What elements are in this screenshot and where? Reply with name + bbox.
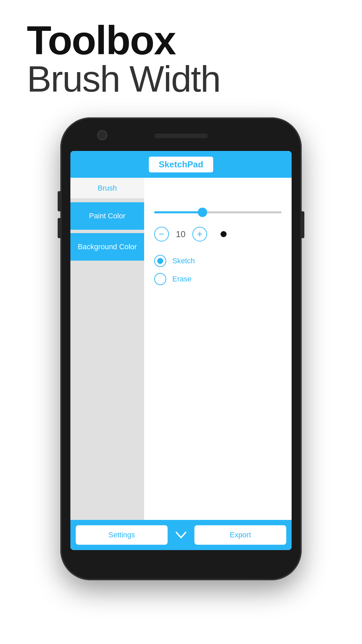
title-toolbox: Toolbox [27, 20, 335, 60]
brush-preview-dot [221, 231, 227, 237]
sketch-radio-label: Sketch [172, 257, 195, 265]
counter-row: − 10 + [154, 227, 282, 241]
phone-volume-down [58, 218, 62, 238]
phone-shell: SketchPad Brush Paint Color Background C… [60, 117, 302, 580]
phone-power-button [300, 211, 304, 238]
bottom-bar: Settings Export [70, 520, 292, 550]
export-button[interactable]: Export [194, 525, 286, 545]
app-bar-title-box: SketchPad [149, 157, 214, 172]
sidebar-brush-label: Brush [70, 178, 144, 199]
app-bar-title: SketchPad [159, 159, 203, 169]
phone-camera [97, 130, 107, 140]
slider-fill [154, 211, 202, 213]
slider-track[interactable] [154, 211, 282, 213]
main-panel: − 10 + Sketch [144, 178, 292, 520]
phone-volume-up [58, 191, 62, 211]
phone-speaker [154, 133, 208, 138]
sketch-radio-option[interactable]: Sketch [154, 255, 282, 267]
paint-color-button[interactable]: Paint Color [70, 202, 144, 230]
sketch-radio-inner [157, 258, 163, 264]
counter-value: 10 [176, 229, 186, 239]
phone-mockup: SketchPad Brush Paint Color Background C… [60, 117, 302, 580]
title-brush: Brush Width [27, 60, 335, 97]
app-content: Brush Paint Color Background Color [70, 178, 292, 520]
app-bar: SketchPad [70, 151, 292, 178]
phone-screen: SketchPad Brush Paint Color Background C… [70, 151, 292, 550]
chevron-down-icon[interactable] [171, 525, 191, 545]
radio-section: Sketch Erase [154, 255, 282, 285]
sketch-radio-outer [154, 255, 166, 267]
erase-radio-option[interactable]: Erase [154, 273, 282, 285]
settings-button[interactable]: Settings [76, 525, 168, 545]
slider-thumb[interactable] [198, 208, 207, 217]
decrement-button[interactable]: − [154, 227, 169, 241]
page-header: Toolbox Brush Width [0, 0, 362, 111]
erase-radio-label: Erase [172, 275, 191, 283]
increment-button[interactable]: + [192, 227, 207, 241]
sidebar: Brush Paint Color Background Color [70, 178, 144, 520]
background-color-button[interactable]: Background Color [70, 233, 144, 261]
brush-width-slider-section [154, 211, 282, 213]
erase-radio-outer [154, 273, 166, 285]
